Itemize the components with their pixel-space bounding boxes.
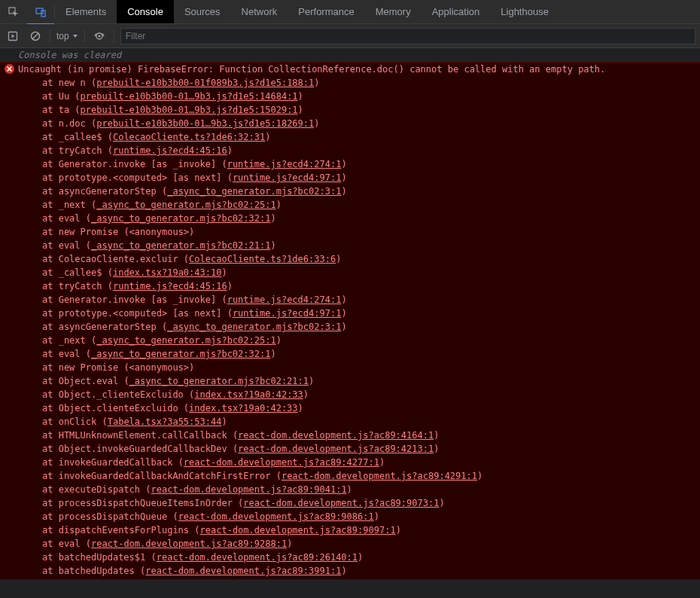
tab-network[interactable]: Network (231, 0, 288, 23)
devtools-tabbar: ElementsConsoleSourcesNetworkPerformance… (0, 0, 700, 24)
stack-frame: at processDispatchQueue (react-dom.devel… (18, 510, 694, 523)
stack-frame: at eval (react-dom.development.js?ac89:9… (18, 537, 694, 551)
stack-location-link[interactable]: react-dom.development.js?ac89:4291:1 (282, 471, 477, 481)
stack-frame: at invokeGuardedCallbackAndCatchFirstErr… (18, 469, 694, 483)
run-icon[interactable] (5, 28, 21, 44)
stack-frame: at tryCatch (runtime.js?ecd4:45:16) (18, 144, 694, 157)
filter-input[interactable] (120, 28, 695, 44)
stack-frame: at new Promise (<anonymous>) (18, 361, 694, 374)
stack-location-link[interactable]: index.tsx?19a0:42:33 (189, 403, 298, 413)
stack-location: <anonymous> (129, 362, 189, 373)
stack-frame: at new Promise (<anonymous>) (18, 225, 694, 239)
stack-frame: at prototype.<computed> [as next] (runti… (18, 171, 694, 185)
inspect-icon[interactable] (0, 0, 27, 23)
tab-application[interactable]: Application (422, 0, 491, 23)
stack-location-link[interactable]: runtime.js?ecd4:97:1 (233, 172, 342, 183)
stack-location-link[interactable]: _async_to_generator.mjs?bc02:25:1 (96, 200, 275, 210)
toolbar-divider (114, 29, 114, 43)
stack-location-link[interactable]: prebuilt-e10b3b00-01…9b3.js?d1e5:15029:1 (81, 105, 298, 115)
stack-location-link[interactable]: react-dom.development.js?ac89:9288:1 (91, 539, 287, 549)
stack-location: <anonymous> (129, 227, 189, 237)
live-expression-icon[interactable] (91, 28, 108, 44)
stack-location-link[interactable]: react-dom.development.js?ac89:9041:1 (151, 484, 347, 495)
stack-location-link[interactable]: prebuilt-e10b3b00-01…9b3.js?d1e5:18269:1 (96, 118, 314, 129)
stack-frame: at invokeGuardedCallback (react-dom.deve… (18, 456, 694, 469)
tab-console[interactable]: Console (117, 0, 174, 23)
tab-performance[interactable]: Performance (288, 0, 364, 23)
stack-frame: at Generator.invoke [as _invoke] (runtim… (18, 157, 694, 171)
error-message: Uncaught (in promise) FirebaseError: Fun… (18, 63, 694, 76)
stack-location-link[interactable]: _async_to_generator.mjs?bc02:3:1 (167, 322, 341, 332)
stack-frame: at Uu (prebuilt-e10b3b00-01…9b3.js?d1e5:… (18, 90, 694, 103)
stack-frame: at Object.invokeGuardedCallbackDev (reac… (18, 442, 694, 456)
stack-frame: at Object.eval (_async_to_generator.mjs?… (18, 374, 694, 388)
stack-location-link[interactable]: index.tsx?19a0:42:33 (194, 389, 303, 400)
stack-location-link[interactable]: runtime.js?ecd4:274:1 (227, 294, 342, 305)
error-icon (5, 64, 14, 74)
tab-sources[interactable]: Sources (174, 0, 231, 23)
stack-location-link[interactable]: react-dom.development.js?ac89:4164:1 (238, 430, 434, 441)
stack-location-link[interactable]: index.tsx?19a0:43:10 (113, 267, 222, 278)
stack-location-link[interactable]: react-dom.development.js?ac89:9073:1 (243, 498, 439, 508)
stack-frame: at n.doc (prebuilt-e10b3b00-01…9b3.js?d1… (18, 117, 694, 130)
device-toggle-icon[interactable] (27, 0, 54, 24)
stack-frame: at ta (prebuilt-e10b3b00-01…9b3.js?d1e5:… (18, 103, 694, 117)
stack-location-link[interactable]: ColecaoCliente.ts?1de6:32:31 (113, 132, 265, 142)
stack-frame: at eval (_async_to_generator.mjs?bc02:21… (18, 239, 694, 252)
stack-frame: at prototype.<computed> [as next] (runti… (18, 307, 694, 320)
stack-frame: at ColecaoCliente.excluir (ColecaoClient… (18, 252, 694, 266)
toolbar-divider (50, 29, 50, 43)
stack-frame: at batchedUpdates$1 (react-dom.developme… (18, 551, 694, 564)
stack-location-link[interactable]: react-dom.development.js?ac89:4213:1 (238, 444, 434, 454)
stack-frame: at batchedUpdates (react-dom.development… (18, 564, 694, 578)
stack-frame: at HTMLUnknownElement.callCallback (reac… (18, 429, 694, 442)
stack-frame: at Generator.invoke [as _invoke] (runtim… (18, 293, 694, 307)
stack-location-link[interactable]: _async_to_generator.mjs?bc02:21:1 (129, 376, 309, 386)
stack-location-link[interactable]: _async_to_generator.mjs?bc02:25:1 (96, 335, 275, 346)
clear-console-icon[interactable] (27, 28, 44, 44)
console-toolbar: top (0, 24, 700, 48)
stack-location-link[interactable]: runtime.js?ecd4:45:16 (113, 281, 227, 291)
stack-location-link[interactable]: _async_to_generator.mjs?bc02:32:1 (91, 349, 270, 359)
console-output: Console was cleared Uncaught (in promise… (0, 48, 700, 598)
svg-point-7 (98, 35, 100, 37)
stack-location-link[interactable]: prebuilt-e10b3b00-01…9b3.js?d1e5:14684:1 (81, 91, 298, 102)
stack-location-link[interactable]: _async_to_generator.mjs?bc02:32:1 (91, 213, 270, 224)
stack-location-link[interactable]: react-dom.development.js?ac89:9086:1 (178, 511, 374, 522)
stack-frame: at _next (_async_to_generator.mjs?bc02:2… (18, 334, 694, 347)
context-selector-label: top (56, 31, 69, 41)
stack-location-link[interactable]: react-dom.development.js?ac89:9097:1 (200, 525, 396, 535)
stack-frame: at _next (_async_to_generator.mjs?bc02:2… (18, 198, 694, 212)
stack-location-link[interactable]: runtime.js?ecd4:45:16 (113, 145, 227, 156)
stack-frame: at Object.clienteExcluido (index.tsx?19a… (18, 401, 694, 415)
stack-frame: at dispatchEventsForPlugins (react-dom.d… (18, 523, 694, 537)
stack-location-link[interactable]: _async_to_generator.mjs?bc02:3:1 (167, 186, 341, 197)
svg-line-5 (32, 33, 38, 39)
stack-location-link[interactable]: _async_to_generator.mjs?bc02:21:1 (91, 240, 270, 251)
toolbar-divider (84, 29, 85, 43)
stack-frame: at _callee$ (index.tsx?19a0:43:10) (18, 266, 694, 279)
stack-frame: at asyncGeneratorStep (_async_to_generat… (18, 185, 694, 198)
tab-lighthouse[interactable]: Lighthouse (490, 0, 559, 23)
stack-location-link[interactable]: runtime.js?ecd4:274:1 (227, 159, 342, 169)
stack-location-link[interactable]: runtime.js?ecd4:97:1 (233, 308, 342, 319)
console-error: Uncaught (in promise) FirebaseError: Fun… (0, 62, 700, 580)
stack-location-link[interactable]: prebuilt-e10b3b00-01f089b3.js?d1e5:188:1 (96, 78, 314, 88)
stack-location-link[interactable]: ColecaoCliente.ts?1de6:33:6 (189, 254, 336, 264)
stack-frame: at executeDispatch (react-dom.developmen… (18, 483, 694, 496)
stack-location-link[interactable]: react-dom.development.js?ac89:3991:1 (145, 566, 341, 576)
stack-frame: at eval (_async_to_generator.mjs?bc02:32… (18, 347, 694, 361)
console-cleared-message: Console was cleared (0, 48, 700, 62)
stack-location-link[interactable]: react-dom.development.js?ac89:26140:1 (157, 552, 358, 563)
stack-frame: at asyncGeneratorStep (_async_to_generat… (18, 320, 694, 334)
stack-location-link[interactable]: react-dom.development.js?ac89:4277:1 (184, 457, 379, 468)
stack-frame: at eval (_async_to_generator.mjs?bc02:32… (18, 212, 694, 225)
stack-location-link[interactable]: Tabela.tsx?3a55:53:44 (108, 416, 222, 427)
stack-frame: at Object._clienteExcluido (index.tsx?19… (18, 388, 694, 401)
tab-elements[interactable]: Elements (55, 0, 117, 23)
stack-frame: at _callee$ (ColecaoCliente.ts?1de6:32:3… (18, 130, 694, 144)
stack-frame: at onClick (Tabela.tsx?3a55:53:44) (18, 415, 694, 429)
tab-memory[interactable]: Memory (365, 0, 422, 23)
chevron-down-icon (72, 33, 78, 39)
context-selector[interactable]: top (56, 31, 78, 41)
